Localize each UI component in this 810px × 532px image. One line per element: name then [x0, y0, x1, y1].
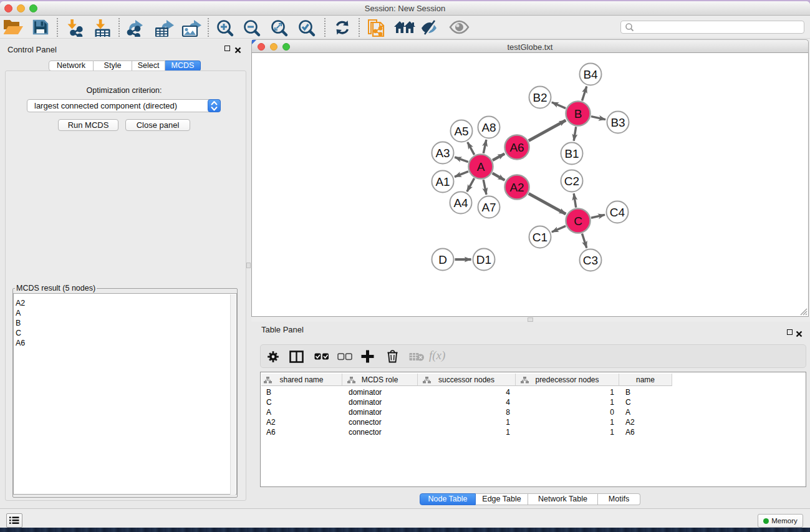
svg-text:D: D [438, 253, 447, 266]
svg-text:B2: B2 [533, 91, 547, 104]
svg-text:A5: A5 [454, 125, 468, 138]
svg-text:C3: C3 [583, 254, 598, 267]
svg-text:A4: A4 [453, 196, 468, 210]
svg-text:A1: A1 [435, 175, 450, 188]
svg-text:A8: A8 [481, 121, 496, 134]
svg-text:A: A [477, 160, 485, 173]
svg-text:D1: D1 [476, 253, 491, 266]
svg-text:A3: A3 [435, 147, 450, 160]
svg-text:A6: A6 [509, 141, 524, 154]
svg-text:C2: C2 [564, 175, 579, 188]
svg-text:B3: B3 [610, 116, 625, 129]
svg-text:C1: C1 [533, 231, 547, 244]
svg-text:A2: A2 [509, 181, 524, 194]
svg-text:B: B [574, 107, 582, 120]
svg-text:B1: B1 [564, 147, 579, 160]
svg-text:B4: B4 [583, 68, 598, 81]
svg-text:C4: C4 [610, 206, 625, 219]
svg-text:C: C [574, 215, 582, 228]
svg-text:A7: A7 [481, 201, 496, 214]
